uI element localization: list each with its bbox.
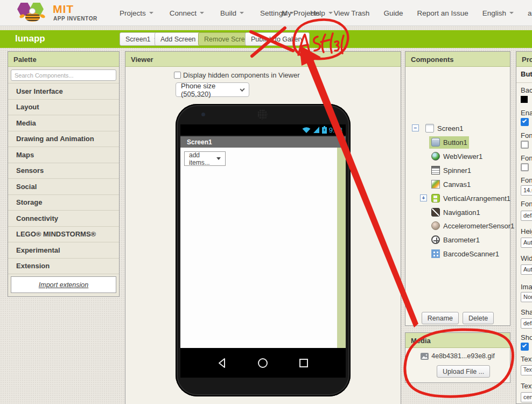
tree-item-canvas1[interactable]: Canvas1 [405,178,510,191]
text-input[interactable]: Text [521,365,532,375]
fonttypeface-dropdown[interactable]: defa [521,211,532,221]
tree-item-webviewer1[interactable]: WebViewer1 [405,150,510,163]
expand-icon[interactable]: + [420,194,427,201]
account-menu-truncated[interactable]: a [528,9,532,17]
import-extension-link[interactable]: Import extension [39,281,88,289]
prop-label-fonttypeface: Font [521,200,532,208]
palette-section-storage[interactable]: Storage [8,195,119,211]
phone-size-dropdown[interactable]: Phone size (505,320) [176,82,249,97]
publish-to-gallery-button[interactable]: Publish to Gallery [245,32,310,46]
palette-section-experimental[interactable]: Experimental [8,242,119,259]
palette-section-extension[interactable]: Extension [8,259,119,275]
tree-item-verticalarrangement1[interactable]: + VerticalArrangement1 [405,192,510,205]
palette-section-drawing-and-animation[interactable]: Drawing and Animation [8,131,119,148]
showfeedback-checkbox[interactable] [521,343,529,351]
tree-item-label: Screen1 [437,124,463,133]
palette-section-user-interface[interactable]: User Interface [8,83,119,100]
project-toolbar: lunapp Screen1 Add Screen ... Remove Scr… [0,30,532,48]
link-view-trash[interactable]: View Trash [334,9,370,17]
signal-icon [313,127,320,133]
fontitalic-checkbox[interactable] [521,163,529,171]
prop-label-shape: Shap [521,308,532,316]
chevron-down-icon [149,12,153,14]
upload-file-button[interactable]: Upload File ... [437,365,490,378]
accelerometer-icon [431,221,440,230]
home-icon [257,358,268,368]
palette-section-sensors[interactable]: Sensors [8,163,119,179]
media-file-name: 4e8b4381...e93e8.gif [431,352,494,360]
background-color-swatch[interactable] [521,96,528,103]
recents-icon [298,358,309,368]
tree-item-barcodescanner1[interactable]: BarcodeScanner1 [405,248,510,260]
enabled-checkbox[interactable] [521,118,529,126]
bee-head-icon [29,8,36,14]
chevron-down-icon [240,86,244,91]
palette-section-social[interactable]: Social [8,179,119,195]
rename-button[interactable]: Rename [422,312,459,324]
barcode-scanner-icon [431,249,440,258]
palette-section-layout[interactable]: Layout [8,100,119,116]
spinner-component[interactable]: add items... [184,151,226,166]
menu-connect[interactable]: Connect [170,9,204,17]
menu-projects[interactable]: Projects [120,9,153,17]
spinner-icon [431,166,440,175]
project-name: lunapp [15,33,45,44]
tree-item-barometer1[interactable]: Barometer1 [405,234,510,246]
image-field[interactable]: Non [521,292,532,302]
vertical-arrangement-icon [431,194,440,203]
height-field[interactable]: Auto [521,238,532,248]
fontbold-checkbox[interactable] [521,141,529,149]
tree-item-label: WebViewer1 [443,152,482,161]
canvas-icon [431,180,440,189]
viewer-header: Viewer [125,52,401,67]
tree-item-accelerometersensor1[interactable]: AccelerometerSensor1 [405,220,510,232]
publish-label: Publish to Gallery [251,36,304,43]
webviewer-icon [431,152,440,161]
tree-item-screen1[interactable]: − Screen1 [405,122,510,135]
display-hidden-checkbox[interactable] [174,72,181,79]
section-label: Maps [16,151,34,159]
chevron-down-icon [240,12,244,14]
top-header: MIT APP INVENTOR Projects Connect Build … [0,0,532,26]
phone-size-label: Phone size (505,320) [181,82,235,98]
prop-label-fontitalic: Font [521,154,532,162]
properties-panel: Prop Butt Back Enab Font Font Font 14.0 … [516,51,532,404]
media-file-item[interactable]: 4e8b4381...e93e8.gif [405,352,510,360]
tree-item-navigation1[interactable]: Navigation1 [405,206,510,219]
language-dropdown[interactable]: English [482,9,514,17]
tree-item-label: Canvas1 [443,180,471,189]
properties-component-name: Butt [521,70,532,78]
link-my-projects[interactable]: My Projects [282,9,320,17]
menu-build[interactable]: Build [220,9,244,17]
navigation-icon [431,208,440,217]
menu-label: Build [220,9,236,17]
tree-item-label: AccelerometerSensor1 [443,222,514,230]
app-inventor-logo[interactable]: MIT APP INVENTOR [13,2,118,24]
phone-nav-bar [180,348,346,378]
link-report-an-issue[interactable]: Report an Issue [417,9,468,17]
language-label: English [482,9,506,17]
button-icon [431,138,440,147]
delete-button[interactable]: Delete [463,312,494,324]
components-header: Components [405,52,510,67]
section-label: Drawing and Animation [16,135,94,143]
link-guide[interactable]: Guide [383,9,403,17]
palette-section-lego-mindstorms[interactable]: LEGO® MINDSTORMS® [8,227,119,243]
shape-dropdown[interactable]: defa [521,318,532,329]
palette-section-maps[interactable]: Maps [8,147,119,163]
properties-header: Prop [516,52,532,67]
tree-item-spinner1[interactable]: Spinner1 [405,164,510,177]
width-field[interactable]: Auto [521,264,532,275]
textalignment-dropdown[interactable]: cent [521,392,532,402]
logo-subtitle: APP INVENTOR [53,16,97,22]
palette-section-media[interactable]: Media [8,115,119,131]
collapse-icon[interactable]: − [412,124,419,131]
app-inventor-designer: MIT APP INVENTOR Projects Connect Build … [0,0,532,404]
palette-section-connectivity[interactable]: Connectivity [8,211,119,227]
tree-item-button1[interactable]: Button1 [405,136,510,149]
palette-panel: Palette User Interface Layout Media Draw… [8,51,120,297]
tree-item-label: BarcodeScanner1 [443,250,499,258]
palette-header: Palette [8,52,119,67]
search-components-input[interactable] [11,69,116,81]
fontsize-input[interactable]: 14.0 [521,185,532,196]
